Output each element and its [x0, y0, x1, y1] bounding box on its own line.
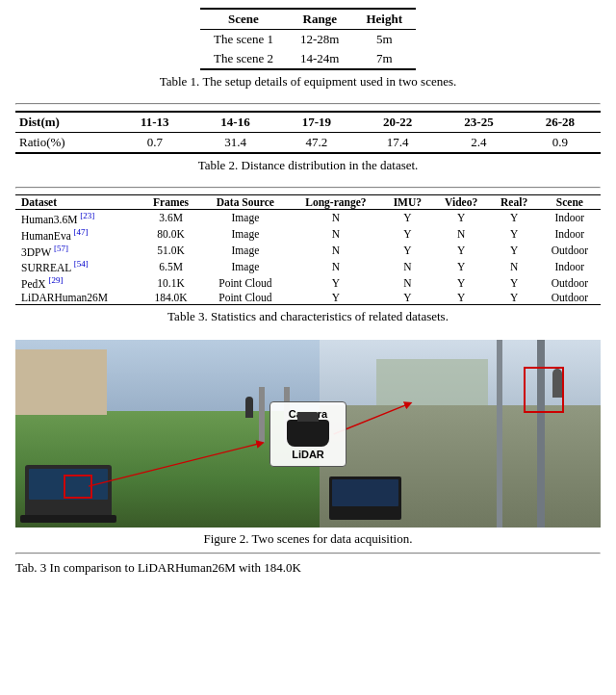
table3-row6-imu: Y [382, 291, 433, 305]
table3-row1-dataset: Human3.6M [23] [15, 210, 141, 226]
table3-row6-real: Y [490, 291, 539, 305]
citation: [47] [74, 227, 89, 237]
camera-lidar-label: Camera LiDAR [270, 401, 346, 467]
table3-row5-real: Y [490, 274, 539, 291]
table3-row4-real: N [490, 258, 539, 274]
table-row: HumanEva [47] 80.0K Image N Y N Y Indoor [15, 226, 601, 243]
divider1 [15, 103, 601, 105]
table2-header-1113: 11-13 [115, 112, 194, 133]
table3-row5-scene: Outdoor [539, 274, 601, 291]
table1-caption: Table 1. The setup details of equipment … [160, 74, 457, 90]
table2-ratio-4: 17.4 [357, 133, 438, 154]
table2-ratio-2: 31.4 [194, 133, 275, 154]
table1-header-scene: Scene [200, 9, 287, 30]
table3-h-imu: IMU? [382, 195, 433, 210]
table3-row2-video: N [433, 226, 490, 243]
table3-h-frames: Frames [141, 195, 201, 210]
table-row: PedX [29] 10.1K Point Cloud Y N Y Y Outd… [15, 274, 601, 291]
lidar-top [297, 412, 319, 422]
table1-wrapper: Scene Range Height The scene 1 12-28m 5m… [15, 8, 601, 97]
table3-row5-frames: 10.1K [141, 274, 201, 291]
lidar-label: LiDAR [280, 449, 336, 460]
table3-row1-scene: Indoor [539, 210, 601, 226]
table3-row3-source: Image [201, 243, 290, 259]
citation: [29] [48, 275, 63, 285]
table3-row6-scene: Outdoor [539, 291, 601, 305]
table3-row6-lr: Y [290, 291, 382, 305]
table3-row4-video: Y [433, 258, 490, 274]
table2-header-dist: Dist(m) [15, 112, 115, 133]
table3-h-video: Video? [433, 195, 490, 210]
table3-row2-source: Image [201, 226, 290, 243]
table3: Dataset Frames Data Source Long-range? I… [15, 194, 601, 305]
table1-row1-height: 5m [352, 30, 416, 50]
table3-row6-dataset: LiDARHuman26M [15, 291, 141, 305]
table3-row2-real: Y [490, 226, 539, 243]
table-row: The scene 2 14-24m 7m [200, 49, 416, 69]
table3-row1-real: Y [490, 210, 539, 226]
table3-h-dataset: Dataset [15, 195, 141, 210]
table3-row1-source: Image [201, 210, 290, 226]
table3-row6-frames: 184.0K [141, 291, 201, 305]
citation: [57] [54, 244, 68, 253]
table3-row1-imu: Y [382, 210, 433, 226]
table3-h-datasource: Data Source [201, 195, 290, 210]
table2-ratio-6: 0.9 [520, 133, 601, 154]
table3-row1-frames: 3.6M [141, 210, 201, 226]
table2-ratio-5: 2.4 [438, 133, 519, 154]
table3-row4-source: Image [201, 258, 290, 274]
table-row: 3DPW [57] 51.0K Image N Y Y Y Outdoor [15, 243, 601, 259]
table3-row2-frames: 80.0K [141, 226, 201, 243]
table3-row4-dataset: SURREAL [54] [15, 258, 141, 274]
table2-header-1416: 14-16 [194, 112, 275, 133]
table-row: Human3.6M [23] 3.6M Image N Y Y Y Indoor [15, 210, 601, 226]
table1-row2-range: 14-24m [287, 49, 352, 69]
table-row: LiDARHuman26M 184.0K Point Cloud Y Y Y Y… [15, 291, 601, 305]
table3-row6-video: Y [433, 291, 490, 305]
figure-right-scene [320, 340, 601, 528]
table3-row1-lr: N [290, 210, 382, 226]
table3-row3-frames: 51.0K [141, 243, 201, 259]
table-row: Ratio(%) 0.7 31.4 47.2 17.4 2.4 0.9 [15, 133, 601, 154]
table2-ratio-3: 47.2 [276, 133, 357, 154]
table2-header-2628: 26-28 [520, 112, 601, 133]
table1: Scene Range Height The scene 1 12-28m 5m… [200, 8, 416, 70]
bottom-text: Tab. 3 In comparison to LiDARHuman26M wi… [15, 560, 601, 579]
table3-row3-real: Y [490, 243, 539, 259]
table2-header-2022: 20-22 [357, 112, 438, 133]
table1-row2-scene: The scene 2 [200, 49, 287, 69]
table-row: The scene 1 12-28m 5m [200, 30, 416, 50]
table1-header-height: Height [352, 9, 416, 30]
red-box-left [64, 475, 92, 499]
table3-row2-scene: Indoor [539, 226, 601, 243]
table3-row4-imu: N [382, 258, 433, 274]
table3-row3-imu: Y [382, 243, 433, 259]
lidar-shape [287, 420, 329, 447]
table3-row4-frames: 6.5M [141, 258, 201, 274]
table3-wrapper: Dataset Frames Data Source Long-range? I… [15, 194, 601, 332]
table2-caption: Table 2. Distance distribution in the da… [198, 158, 419, 173]
divider2 [15, 187, 601, 189]
table3-row2-dataset: HumanEva [47] [15, 226, 141, 243]
table3-row5-lr: Y [290, 274, 382, 291]
table-row: SURREAL [54] 6.5M Image N N Y N Indoor [15, 258, 601, 274]
table3-row3-lr: N [290, 243, 382, 259]
table1-header-range: Range [287, 9, 352, 30]
table3-caption: Table 3. Statistics and characteristics … [167, 309, 449, 324]
table3-row4-lr: N [290, 258, 382, 274]
table3-row6-source: Point Cloud [201, 291, 290, 305]
citation: [23] [80, 211, 94, 220]
table1-row1-scene: The scene 1 [200, 30, 287, 50]
citation: [54] [74, 259, 89, 269]
table3-h-real: Real? [490, 195, 539, 210]
table3-row5-dataset: PedX [29] [15, 274, 141, 291]
divider3 [15, 553, 601, 554]
table3-row2-imu: Y [382, 226, 433, 243]
figure2-caption: Figure 2. Two scenes for data acquisitio… [15, 531, 601, 547]
table1-row1-range: 12-28m [287, 30, 352, 50]
table3-h-scene: Scene [539, 195, 601, 210]
table3-row5-imu: N [382, 274, 433, 291]
table1-row2-height: 7m [352, 49, 416, 69]
table3-row5-source: Point Cloud [201, 274, 290, 291]
table3-row5-video: Y [433, 274, 490, 291]
